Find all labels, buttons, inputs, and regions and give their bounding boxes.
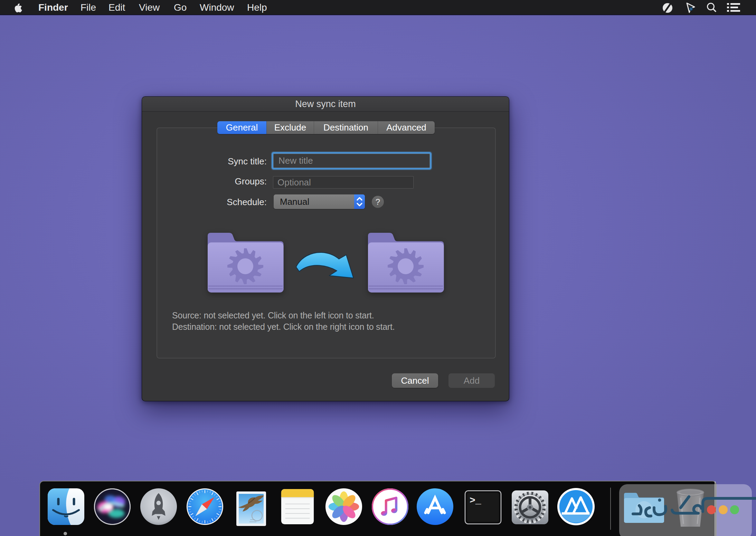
svg-text:>_: >_ [470, 495, 481, 506]
